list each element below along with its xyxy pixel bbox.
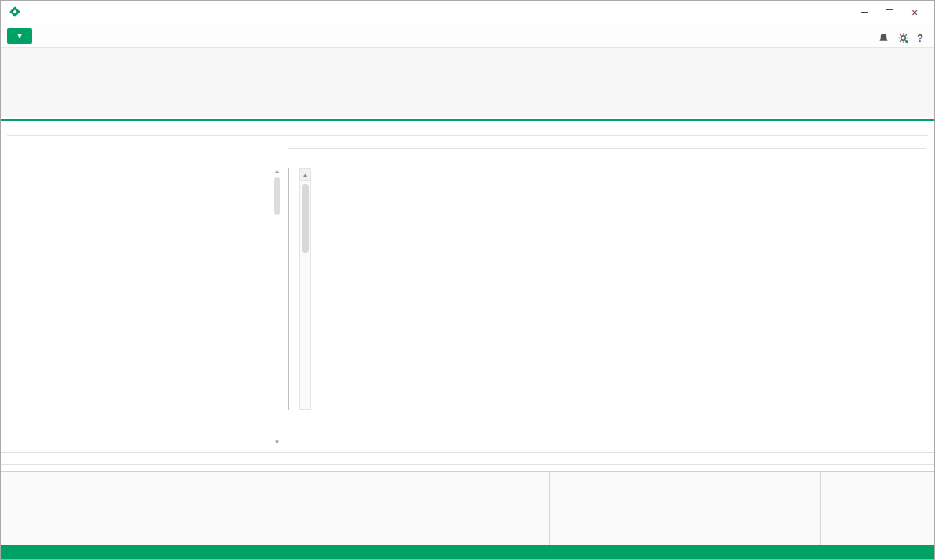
scrollbar-thumb[interactable] (274, 177, 280, 215)
objects-tree: ▲ ▼ (1, 161, 284, 452)
divider (549, 472, 550, 545)
connections-panel-title (1, 453, 934, 465)
app-logo-icon (9, 5, 21, 20)
main-split: ▲ ▼ ▲ (1, 136, 934, 453)
divider (820, 472, 821, 545)
close-button[interactable]: × (903, 4, 926, 21)
minimize-button[interactable] (853, 4, 876, 21)
ribbon (1, 48, 934, 117)
table-scrollbar[interactable]: ▲ (299, 168, 311, 410)
app-window: × ▼ ? ▲ ▼ (0, 0, 935, 560)
divider (288, 148, 926, 149)
catalog-panel-title (1, 136, 284, 158)
points-toolbar (284, 161, 934, 164)
window-controls: × (853, 4, 926, 21)
page-title (1, 121, 934, 135)
titlebar-quick-icons: ? (878, 32, 928, 47)
scroll-up-icon[interactable]: ▲ (274, 168, 281, 175)
catalog-panel: ▲ ▼ (1, 136, 284, 452)
scroll-down-icon[interactable]: ▼ (274, 439, 281, 446)
page-content: ▲ ▼ ▲ (1, 121, 934, 545)
status-bar (1, 545, 934, 559)
notifications-bell-icon[interactable] (878, 32, 890, 44)
points-table (288, 168, 289, 410)
scrollbar-thumb[interactable] (302, 184, 309, 253)
points-table-wrap: ▲ (288, 168, 934, 452)
divider (306, 472, 306, 545)
points-panel: ▲ (284, 136, 934, 452)
ribbon-tab-row: ▼ ? (1, 24, 934, 48)
tree-scrollbar[interactable]: ▲ ▼ (273, 168, 281, 446)
file-menu-button[interactable]: ▼ (7, 28, 32, 44)
connections-toolbar (1, 465, 934, 471)
connections-grid-stub (1, 471, 934, 545)
settings-gear-icon[interactable] (897, 32, 909, 44)
titlebar: × (1, 1, 934, 24)
scroll-up-icon[interactable]: ▲ (300, 169, 310, 181)
maximize-button[interactable] (878, 4, 901, 21)
help-icon[interactable]: ? (917, 32, 923, 44)
